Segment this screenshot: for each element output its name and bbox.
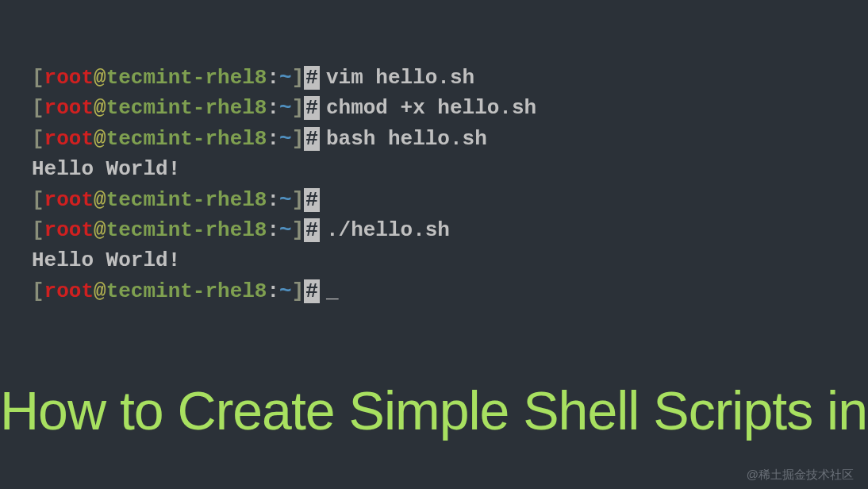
prompt-colon: : (267, 218, 279, 242)
command-text: vim hello.sh (320, 66, 474, 90)
prompt-bracket: [ (32, 127, 44, 151)
prompt-colon: : (267, 96, 279, 120)
prompt-colon: : (267, 127, 279, 151)
prompt-user: root (44, 218, 94, 242)
command-text (320, 188, 326, 212)
terminal-line: Hello World! (32, 246, 868, 275)
prompt-path: ~ (279, 279, 292, 303)
prompt-bracket: [ (32, 218, 44, 242)
prompt-colon: : (267, 66, 279, 90)
terminal-line: [root@tecmint-rhel8:~]#_ (32, 277, 868, 306)
terminal-line: Hello World! (32, 155, 868, 183)
prompt-host: tecmint-rhel8 (106, 188, 267, 212)
prompt-bracket: [ (32, 96, 44, 120)
terminal-line: [root@tecmint-rhel8:~]#bash hello.sh (32, 125, 868, 153)
terminal-line: [root@tecmint-rhel8:~]#./hello.sh (32, 216, 868, 244)
prompt-path: ~ (279, 218, 292, 242)
prompt-bracket: ] (292, 279, 305, 303)
prompt-host: tecmint-rhel8 (106, 66, 267, 90)
terminal-line: [root@tecmint-rhel8:~]#chmod +x hello.sh (32, 94, 868, 122)
prompt-hash: # (304, 188, 320, 212)
prompt-user: root (44, 127, 94, 151)
prompt-hash: # (304, 279, 320, 303)
prompt-at: @ (94, 188, 106, 212)
prompt-bracket: ] (292, 188, 305, 212)
terminal-line: [root@tecmint-rhel8:~]#vim hello.sh (32, 64, 868, 92)
prompt-bracket: [ (32, 279, 44, 303)
prompt-colon: : (267, 279, 279, 303)
command-text: bash hello.sh (320, 127, 487, 151)
prompt-bracket: ] (292, 127, 305, 151)
prompt-at: @ (94, 218, 106, 242)
prompt-hash: # (304, 218, 320, 242)
prompt-host: tecmint-rhel8 (106, 96, 267, 120)
prompt-bracket: ] (292, 66, 305, 90)
prompt-bracket: ] (292, 96, 305, 120)
prompt-user: root (44, 96, 94, 120)
prompt-user: root (44, 66, 94, 90)
prompt-host: tecmint-rhel8 (106, 127, 267, 151)
watermark: @稀土掘金技术社区 (747, 468, 854, 483)
prompt-user: root (44, 188, 94, 212)
prompt-at: @ (94, 66, 106, 90)
prompt-path: ~ (279, 96, 292, 120)
prompt-colon: : (267, 188, 279, 212)
prompt-at: @ (94, 96, 106, 120)
command-text: ./hello.sh (320, 218, 450, 242)
command-text: chmod +x hello.sh (320, 96, 536, 120)
prompt-path: ~ (279, 127, 292, 151)
prompt-path: ~ (279, 188, 292, 212)
prompt-user: root (44, 279, 94, 303)
prompt-path: ~ (279, 66, 292, 90)
prompt-bracket: ] (292, 218, 305, 242)
prompt-bracket: [ (32, 66, 44, 90)
output-text: Hello World! (32, 157, 180, 181)
prompt-hash: # (304, 96, 320, 120)
cursor: _ (320, 279, 339, 303)
prompt-hash: # (304, 66, 320, 90)
terminal-output: [root@tecmint-rhel8:~]#vim hello.sh [roo… (0, 0, 868, 306)
prompt-host: tecmint-rhel8 (106, 279, 267, 303)
prompt-hash: # (304, 127, 320, 151)
prompt-at: @ (94, 279, 106, 303)
prompt-bracket: [ (32, 188, 44, 212)
prompt-at: @ (94, 127, 106, 151)
output-text: Hello World! (32, 248, 180, 272)
page-title: How to Create Simple Shell Scripts in Li… (0, 379, 868, 441)
prompt-host: tecmint-rhel8 (106, 218, 267, 242)
terminal-line: [root@tecmint-rhel8:~]# (32, 186, 868, 214)
